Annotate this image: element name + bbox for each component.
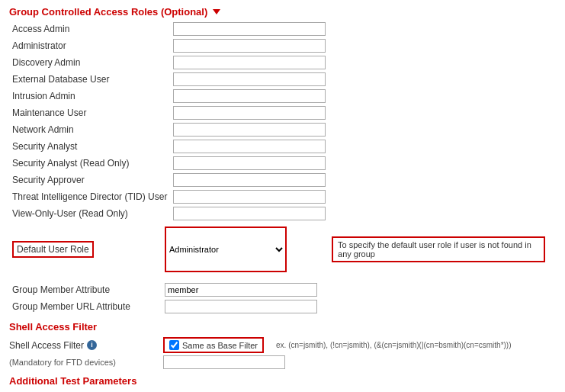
role-input[interactable] <box>173 190 326 204</box>
roles-table: Access Admin Administrator Discovery Adm… <box>9 21 556 222</box>
role-row: Network Admin <box>9 121 556 138</box>
group-member-attr-input[interactable] <box>165 283 317 297</box>
shell-access-filter-label: Shell Access Filter <box>9 340 84 351</box>
role-label: Intrusion Admin <box>9 88 170 104</box>
default-role-hint: To specify the default user role if user… <box>332 236 545 262</box>
role-input[interactable] <box>173 39 326 53</box>
role-label: External Database User <box>9 71 170 88</box>
role-input[interactable] <box>173 89 326 103</box>
shell-access-hint: ex. (cn=jsmith), (!cn=jsmith), (&(cn=jsm… <box>276 341 511 349</box>
role-label: Security Approver <box>9 172 170 188</box>
role-input[interactable] <box>173 173 326 187</box>
role-input[interactable] <box>173 72 326 86</box>
group-controlled-label: Group Controlled Access Roles (Optional) <box>9 6 207 18</box>
collapse-icon[interactable] <box>213 9 220 14</box>
role-input[interactable] <box>173 123 326 137</box>
ftd-input[interactable] <box>163 355 285 369</box>
role-row: External Database User <box>9 71 556 88</box>
same-as-base-filter-checkbox[interactable] <box>169 340 179 350</box>
role-row: Threat Intelligence Director (TID) User <box>9 188 556 205</box>
role-row: View-Only-User (Read Only) <box>9 205 556 222</box>
group-member-url-attr-label: Group Member URL Attribute <box>9 298 162 315</box>
role-input[interactable] <box>173 106 326 120</box>
role-label: Maintenance User <box>9 104 170 121</box>
role-label: Administrator <box>9 37 170 54</box>
role-label: Network Admin <box>9 121 170 138</box>
role-label: Threat Intelligence Director (TID) User <box>9 188 170 205</box>
role-label: Security Analyst (Read Only) <box>9 155 170 172</box>
ftd-row: (Mandatory for FTD devices) <box>9 355 556 369</box>
role-label: Security Analyst <box>9 138 170 155</box>
default-user-role-select[interactable]: Access AdminAdministratorDiscovery Admin… <box>165 227 287 272</box>
additional-test-title: Additional Test Parameters <box>9 375 556 387</box>
shell-access-title: Shell Access Filter <box>9 321 556 333</box>
role-input[interactable] <box>173 140 326 153</box>
role-input[interactable] <box>173 156 326 170</box>
role-row: Access Admin <box>9 21 556 37</box>
group-member-url-attr-input[interactable] <box>165 300 317 313</box>
role-row: Administrator <box>9 37 556 54</box>
ftd-label: (Mandatory for FTD devices) <box>9 358 159 367</box>
role-row: Security Approver <box>9 172 556 188</box>
shell-access-filter-row: Shell Access Filter i Same as Base Filte… <box>9 337 556 353</box>
role-label: Access Admin <box>9 21 170 37</box>
group-member-attr-label: Group Member Attribute <box>9 281 162 298</box>
role-row: Security Analyst (Read Only) <box>9 155 556 172</box>
additional-test-section: Additional Test Parameters User Name Pas… <box>9 375 556 392</box>
role-row: Intrusion Admin <box>9 88 556 104</box>
default-user-role-row: Default User Role Access AdminAdministra… <box>9 225 556 274</box>
group-member-attr-row: Group Member Attribute <box>9 281 556 298</box>
default-user-role-table: Default User Role Access AdminAdministra… <box>9 225 556 274</box>
role-input[interactable] <box>173 207 326 220</box>
shell-access-filter-section: Shell Access Filter Shell Access Filter … <box>9 321 556 369</box>
role-label: Discovery Admin <box>9 54 170 71</box>
role-row: Security Analyst <box>9 138 556 155</box>
shell-filter-label-container: Shell Access Filter i <box>9 340 159 351</box>
group-controlled-title: Group Controlled Access Roles (Optional) <box>9 6 556 18</box>
role-label: View-Only-User (Read Only) <box>9 205 170 222</box>
page-container: Group Controlled Access Roles (Optional)… <box>0 0 565 392</box>
same-as-base-filter-label: Same as Base Filter <box>182 341 258 350</box>
role-row: Maintenance User <box>9 104 556 121</box>
group-member-url-attr-row: Group Member URL Attribute <box>9 298 556 315</box>
default-user-role-label: Default User Role <box>12 241 94 258</box>
role-row: Discovery Admin <box>9 54 556 71</box>
role-input[interactable] <box>173 56 326 69</box>
info-icon[interactable]: i <box>87 340 97 350</box>
group-attributes-table: Group Member Attribute Group Member URL … <box>9 281 556 315</box>
role-input[interactable] <box>173 22 326 36</box>
same-as-base-filter-box: Same as Base Filter <box>163 337 264 353</box>
